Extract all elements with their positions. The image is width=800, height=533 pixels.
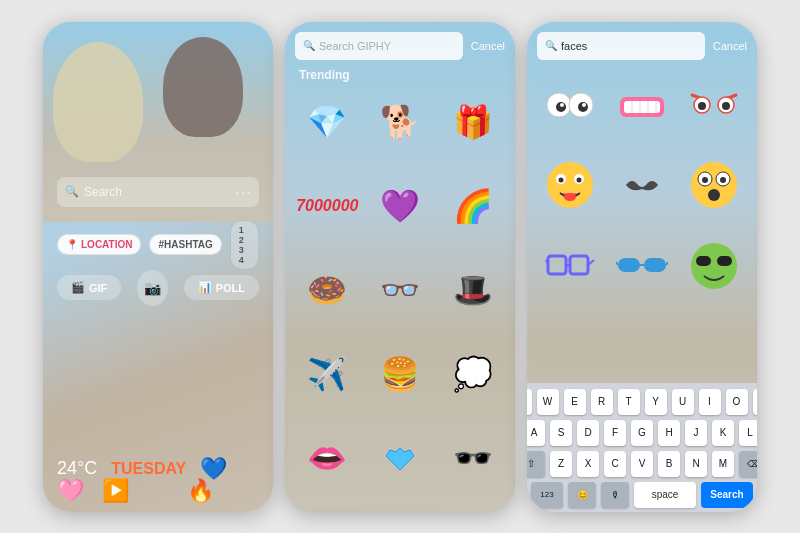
sticker-cloud: 💭: [438, 339, 507, 409]
svg-point-39: [691, 243, 737, 289]
phone1-bottom-icons: 🩷 ▶️ 🔥: [57, 478, 214, 504]
key-c[interactable]: C: [604, 451, 626, 477]
svg-point-15: [698, 102, 706, 110]
sticker-lips: 👄: [293, 423, 362, 493]
camera-icon: 📷: [144, 280, 161, 296]
phone-2: 🔍 Search GIPHY Cancel Trending 💎 🐕 🎁 700…: [285, 22, 515, 512]
keyboard[interactable]: Q W E R T Y U I O P A S D F G H J K L ⇧ …: [527, 383, 757, 512]
key-u[interactable]: U: [672, 389, 694, 415]
svg-rect-29: [548, 256, 566, 274]
key-x[interactable]: X: [577, 451, 599, 477]
phone1-dots: ···: [235, 184, 253, 200]
trending-label: Trending: [299, 68, 350, 82]
phone1-tools-row: 🎬 GIF 📷 📊 POLL: [57, 270, 259, 306]
face-teeth: [607, 70, 677, 140]
temperature-display: 24°C: [57, 458, 97, 479]
hashtag-sticker[interactable]: #HASHTAG: [149, 234, 221, 255]
key-w[interactable]: W: [537, 389, 559, 415]
key-n[interactable]: N: [685, 451, 707, 477]
svg-rect-40: [696, 256, 711, 266]
key-g[interactable]: G: [631, 420, 653, 446]
svg-point-26: [702, 177, 708, 183]
key-v[interactable]: V: [631, 451, 653, 477]
svg-line-38: [666, 262, 668, 265]
phone1-sticker-row: 📍 LOCATION #HASHTAG 1 2 3 4: [57, 220, 259, 270]
key-microphone[interactable]: 🎙: [601, 482, 629, 508]
number-sticker[interactable]: 1 2 3 4: [230, 220, 259, 270]
key-m[interactable]: M: [712, 451, 734, 477]
svg-rect-30: [570, 256, 588, 274]
giphy-search-bar[interactable]: 🔍 Search GIPHY: [295, 32, 463, 60]
sticker-crystal: 💎: [293, 87, 362, 157]
faces-search-icon: 🔍: [545, 40, 557, 51]
face-cool-glasses: [607, 231, 677, 301]
face-green-cool: [679, 231, 749, 301]
key-q[interactable]: Q: [527, 389, 532, 415]
heart-pink-icon: 🩷: [57, 478, 84, 504]
gif-button[interactable]: 🎬 GIF: [57, 275, 121, 300]
face-googly-eyes: [535, 70, 605, 140]
sticker-heart: 💜: [366, 171, 435, 241]
svg-point-6: [582, 103, 586, 107]
sticker-gift: 🎁: [438, 87, 507, 157]
face-surprised: [679, 150, 749, 220]
sticker-sunglasses: 🕶️: [438, 423, 507, 493]
key-h[interactable]: H: [658, 420, 680, 446]
key-j[interactable]: J: [685, 420, 707, 446]
phone1-search-bar[interactable]: 🔍 Search: [57, 177, 259, 207]
key-d[interactable]: D: [577, 420, 599, 446]
giphy-cancel-button[interactable]: Cancel: [471, 40, 505, 52]
key-a[interactable]: A: [527, 420, 545, 446]
phone3-face-grid: [535, 70, 749, 310]
face-tongue: [535, 150, 605, 220]
key-z[interactable]: Z: [550, 451, 572, 477]
key-r[interactable]: R: [591, 389, 613, 415]
key-e[interactable]: E: [564, 389, 586, 415]
svg-point-22: [564, 193, 576, 201]
giphy-search-icon: 🔍: [303, 40, 315, 51]
location-sticker[interactable]: 📍 LOCATION: [57, 234, 141, 255]
svg-marker-0: [386, 448, 414, 470]
faces-search-value: faces: [561, 40, 587, 52]
camera-button[interactable]: 📷: [137, 270, 167, 306]
keyboard-row-2: A S D F G H J K L: [531, 420, 753, 446]
key-l[interactable]: L: [739, 420, 757, 446]
svg-rect-34: [618, 258, 640, 272]
key-123[interactable]: 123: [531, 482, 563, 508]
faces-search-bar[interactable]: 🔍 faces: [537, 32, 705, 60]
key-t[interactable]: T: [618, 389, 640, 415]
sticker-plane: ✈️: [293, 339, 362, 409]
sticker-7million: 7000000: [293, 171, 362, 241]
key-b[interactable]: B: [658, 451, 680, 477]
keyboard-bottom-row: 123 😊 🎙 space Search: [531, 482, 753, 508]
face-mustache: [607, 150, 677, 220]
sticker-rainbow: 🌈: [438, 171, 507, 241]
key-f[interactable]: F: [604, 420, 626, 446]
key-y[interactable]: Y: [645, 389, 667, 415]
sticker-donut: 🍩: [293, 255, 362, 325]
youtube-icon: ▶️: [102, 478, 129, 504]
key-emoji[interactable]: 😊: [568, 482, 596, 508]
svg-point-20: [559, 178, 564, 183]
svg-point-28: [708, 189, 720, 201]
svg-point-17: [547, 162, 593, 208]
svg-point-21: [577, 178, 582, 183]
location-icon: 📍: [66, 239, 78, 250]
key-space[interactable]: space: [634, 482, 696, 508]
key-o[interactable]: O: [726, 389, 748, 415]
sticker-dog: 🐕: [366, 87, 435, 157]
key-i[interactable]: I: [699, 389, 721, 415]
phone2-sticker-grid: 💎 🐕 🎁 7000000 💜 🌈 🍩 👓 🎩 ✈️ 🍔 💭 👄 🕶️: [293, 87, 507, 504]
phone3-top-bar: 🔍 faces Cancel: [537, 32, 747, 60]
svg-point-5: [560, 103, 564, 107]
face-angry-eyes: [679, 70, 749, 140]
faces-cancel-button[interactable]: Cancel: [713, 40, 747, 52]
key-shift[interactable]: ⇧: [527, 451, 545, 477]
poll-button[interactable]: 📊 POLL: [184, 275, 259, 300]
key-delete[interactable]: ⌫: [739, 451, 757, 477]
search-button[interactable]: Search: [701, 482, 753, 508]
key-p[interactable]: P: [753, 389, 758, 415]
sticker-eyes: 👓: [366, 255, 435, 325]
key-k[interactable]: K: [712, 420, 734, 446]
key-s[interactable]: S: [550, 420, 572, 446]
